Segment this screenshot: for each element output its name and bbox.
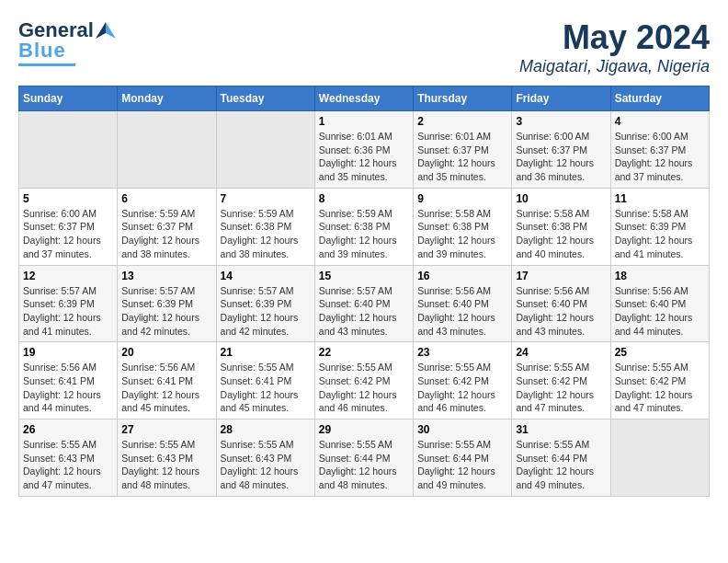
col-thursday: Thursday (414, 86, 512, 111)
day-info: Sunrise: 5:55 AMSunset: 6:44 PMDaylight:… (516, 438, 606, 492)
calendar-cell: 8Sunrise: 5:59 AMSunset: 6:38 PMDaylight… (314, 188, 413, 265)
day-number: 30 (417, 423, 507, 436)
day-number: 13 (121, 270, 211, 282)
calendar-table: Sunday Monday Tuesday Wednesday Thursday… (18, 86, 710, 497)
col-saturday: Saturday (610, 86, 709, 111)
day-info: Sunrise: 6:00 AMSunset: 6:37 PMDaylight:… (615, 130, 705, 184)
day-number: 22 (319, 346, 409, 359)
calendar-cell: 16Sunrise: 5:56 AMSunset: 6:40 PMDayligh… (414, 265, 512, 342)
calendar-cell: 1Sunrise: 6:01 AMSunset: 6:36 PMDaylight… (314, 111, 413, 189)
calendar-cell: 9Sunrise: 5:58 AMSunset: 6:38 PMDaylight… (414, 188, 512, 265)
location-title: Maigatari, Jigawa, Nigeria (519, 57, 710, 76)
calendar-cell: 10Sunrise: 5:58 AMSunset: 6:38 PMDayligh… (512, 188, 610, 265)
calendar-cell: 31Sunrise: 5:55 AMSunset: 6:44 PMDayligh… (512, 419, 610, 497)
day-number: 23 (417, 346, 507, 359)
calendar-week-3: 12Sunrise: 5:57 AMSunset: 6:39 PMDayligh… (19, 265, 710, 342)
day-number: 8 (319, 192, 409, 205)
month-title: May 2024 (519, 18, 710, 57)
day-number: 5 (23, 192, 113, 205)
calendar-cell: 20Sunrise: 5:56 AMSunset: 6:41 PMDayligh… (118, 342, 216, 419)
day-info: Sunrise: 5:55 AMSunset: 6:42 PMDaylight:… (615, 361, 705, 415)
day-info: Sunrise: 5:55 AMSunset: 6:43 PMDaylight:… (23, 438, 113, 492)
day-info: Sunrise: 5:55 AMSunset: 6:43 PMDaylight:… (221, 438, 311, 492)
day-number: 17 (516, 270, 606, 282)
calendar-cell: 11Sunrise: 5:58 AMSunset: 6:39 PMDayligh… (610, 188, 709, 265)
logo-icon (96, 20, 116, 40)
day-number: 31 (516, 423, 606, 436)
day-info: Sunrise: 5:55 AMSunset: 6:43 PMDaylight:… (121, 438, 211, 492)
day-number: 2 (417, 115, 507, 128)
day-number: 6 (121, 192, 211, 205)
col-monday: Monday (118, 86, 216, 111)
day-info: Sunrise: 5:58 AMSunset: 6:38 PMDaylight:… (516, 207, 606, 261)
calendar-header-row: Sunday Monday Tuesday Wednesday Thursday… (19, 86, 710, 111)
col-sunday: Sunday (19, 86, 118, 111)
day-info: Sunrise: 5:55 AMSunset: 6:44 PMDaylight:… (319, 438, 409, 492)
day-number: 29 (319, 423, 409, 436)
day-info: Sunrise: 5:55 AMSunset: 6:42 PMDaylight:… (319, 361, 409, 415)
day-info: Sunrise: 5:56 AMSunset: 6:41 PMDaylight:… (121, 361, 211, 415)
calendar-cell: 28Sunrise: 5:55 AMSunset: 6:43 PMDayligh… (216, 419, 314, 497)
day-number: 11 (615, 192, 705, 205)
day-info: Sunrise: 5:59 AMSunset: 6:38 PMDaylight:… (319, 207, 409, 261)
day-number: 12 (23, 270, 113, 282)
calendar-cell: 23Sunrise: 5:55 AMSunset: 6:42 PMDayligh… (414, 342, 512, 419)
day-number: 10 (516, 192, 606, 205)
calendar-cell: 15Sunrise: 5:57 AMSunset: 6:40 PMDayligh… (314, 265, 413, 342)
day-number: 28 (221, 423, 311, 436)
day-number: 25 (615, 346, 705, 359)
calendar-cell: 22Sunrise: 5:55 AMSunset: 6:42 PMDayligh… (314, 342, 413, 419)
day-info: Sunrise: 5:55 AMSunset: 6:42 PMDaylight:… (417, 361, 507, 415)
day-number: 24 (516, 346, 606, 359)
calendar-cell (216, 111, 314, 189)
calendar-week-4: 19Sunrise: 5:56 AMSunset: 6:41 PMDayligh… (19, 342, 710, 419)
day-number: 18 (615, 270, 705, 282)
calendar-cell: 21Sunrise: 5:55 AMSunset: 6:41 PMDayligh… (216, 342, 314, 419)
calendar-cell (610, 419, 709, 497)
calendar-cell (118, 111, 216, 189)
col-friday: Friday (512, 86, 610, 111)
calendar-cell: 27Sunrise: 5:55 AMSunset: 6:43 PMDayligh… (118, 419, 216, 497)
calendar-cell: 18Sunrise: 5:56 AMSunset: 6:40 PMDayligh… (610, 265, 709, 342)
calendar-cell: 5Sunrise: 6:00 AMSunset: 6:37 PMDaylight… (19, 188, 118, 265)
calendar-cell (19, 111, 118, 189)
calendar-cell: 3Sunrise: 6:00 AMSunset: 6:37 PMDaylight… (512, 111, 610, 189)
day-info: Sunrise: 5:55 AMSunset: 6:41 PMDaylight:… (221, 361, 311, 415)
calendar-cell: 6Sunrise: 5:59 AMSunset: 6:37 PMDaylight… (118, 188, 216, 265)
calendar-cell: 24Sunrise: 5:55 AMSunset: 6:42 PMDayligh… (512, 342, 610, 419)
logo-blue: Blue (18, 39, 66, 63)
title-area: May 2024 Maigatari, Jigawa, Nigeria (519, 18, 710, 76)
col-wednesday: Wednesday (314, 86, 413, 111)
day-info: Sunrise: 5:57 AMSunset: 6:40 PMDaylight:… (319, 284, 409, 339)
calendar-week-1: 1Sunrise: 6:01 AMSunset: 6:36 PMDaylight… (19, 111, 710, 189)
calendar-cell: 2Sunrise: 6:01 AMSunset: 6:37 PMDaylight… (414, 111, 512, 189)
logo: General Blue (18, 18, 116, 66)
day-info: Sunrise: 5:56 AMSunset: 6:41 PMDaylight:… (23, 361, 113, 415)
day-info: Sunrise: 5:56 AMSunset: 6:40 PMDaylight:… (417, 284, 507, 339)
day-info: Sunrise: 5:58 AMSunset: 6:39 PMDaylight:… (615, 207, 705, 261)
day-info: Sunrise: 5:56 AMSunset: 6:40 PMDaylight:… (615, 284, 705, 339)
day-number: 3 (516, 115, 606, 128)
calendar-week-5: 26Sunrise: 5:55 AMSunset: 6:43 PMDayligh… (19, 419, 710, 497)
day-number: 26 (23, 423, 113, 436)
day-info: Sunrise: 5:56 AMSunset: 6:40 PMDaylight:… (516, 284, 606, 339)
day-info: Sunrise: 5:57 AMSunset: 6:39 PMDaylight:… (221, 284, 311, 339)
day-info: Sunrise: 5:57 AMSunset: 6:39 PMDaylight:… (121, 284, 211, 339)
calendar-cell: 14Sunrise: 5:57 AMSunset: 6:39 PMDayligh… (216, 265, 314, 342)
col-tuesday: Tuesday (216, 86, 314, 111)
day-number: 9 (417, 192, 507, 205)
page-header: General Blue May 2024 Maigatari, Jigawa,… (18, 18, 710, 76)
day-info: Sunrise: 6:00 AMSunset: 6:37 PMDaylight:… (23, 207, 113, 261)
day-number: 14 (221, 270, 311, 282)
day-info: Sunrise: 5:55 AMSunset: 6:42 PMDaylight:… (516, 361, 606, 415)
day-number: 21 (221, 346, 311, 359)
calendar-cell: 17Sunrise: 5:56 AMSunset: 6:40 PMDayligh… (512, 265, 610, 342)
calendar-cell: 19Sunrise: 5:56 AMSunset: 6:41 PMDayligh… (19, 342, 118, 419)
calendar-week-2: 5Sunrise: 6:00 AMSunset: 6:37 PMDaylight… (19, 188, 710, 265)
day-info: Sunrise: 5:58 AMSunset: 6:38 PMDaylight:… (417, 207, 507, 261)
day-info: Sunrise: 5:59 AMSunset: 6:37 PMDaylight:… (121, 207, 211, 261)
day-info: Sunrise: 6:01 AMSunset: 6:37 PMDaylight:… (417, 130, 507, 184)
day-number: 16 (417, 270, 507, 282)
calendar-cell: 12Sunrise: 5:57 AMSunset: 6:39 PMDayligh… (19, 265, 118, 342)
calendar-cell: 29Sunrise: 5:55 AMSunset: 6:44 PMDayligh… (314, 419, 413, 497)
